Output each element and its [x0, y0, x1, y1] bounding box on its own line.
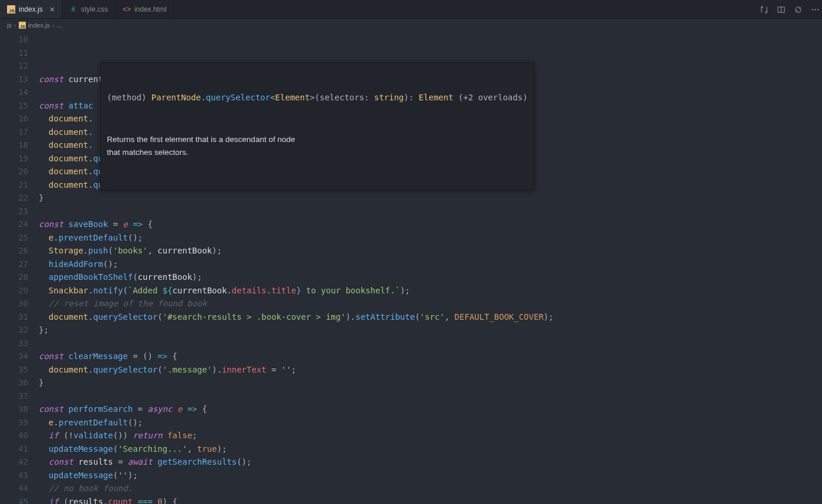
code-line[interactable]: e.preventDefault();: [39, 416, 822, 429]
code-editor[interactable]: 1011121314151617181920212223242526272829…: [0, 32, 822, 504]
line-number: 22: [0, 191, 39, 205]
tab-label: index.js: [19, 5, 43, 13]
chevron-right-icon: ›: [14, 22, 16, 29]
editor-tab-actions: [760, 0, 820, 19]
line-number: 38: [0, 402, 39, 416]
breadcrumb-item[interactable]: js: [7, 22, 12, 29]
line-number: 15: [0, 99, 39, 113]
editor-tabs: JSindex.js×#style.css<>index.html: [0, 0, 822, 19]
code-line[interactable]: const performSearch = async e => {: [39, 402, 822, 416]
code-line[interactable]: if (results.count === 0) {: [39, 495, 822, 505]
line-number: 44: [0, 482, 39, 495]
line-number: 40: [0, 429, 39, 442]
code-line[interactable]: [39, 390, 822, 403]
split-icon[interactable]: [777, 5, 786, 14]
line-number: 18: [0, 138, 39, 152]
line-number: 37: [0, 390, 39, 403]
line-number: 20: [0, 165, 39, 178]
code-line[interactable]: e.preventDefault();: [39, 231, 822, 245]
code-line[interactable]: updateMessage('Searching...', true);: [39, 442, 822, 456]
intellisense-hover: (method) ParentNode.querySelector<Elemen…: [100, 62, 534, 190]
code-line[interactable]: updateMessage('');: [39, 469, 822, 482]
js-file-icon: JS: [19, 22, 26, 29]
code-line[interactable]: // no book found.: [39, 482, 822, 495]
line-number: 28: [0, 270, 39, 284]
svg-point-4: [817, 9, 818, 10]
line-number: 12: [0, 59, 39, 73]
line-number: 19: [0, 152, 39, 165]
code-line[interactable]: // reset image of the found book: [39, 297, 822, 310]
svg-point-3: [814, 9, 816, 10]
code-line[interactable]: const saveBook = e => {: [39, 218, 822, 231]
code-line[interactable]: Snackbar.notify(`Added ${currentBook.det…: [39, 284, 822, 297]
collapse-icon[interactable]: [794, 5, 803, 14]
css-file-icon: #: [69, 5, 78, 13]
tab-label: index.html: [134, 5, 167, 13]
code-line[interactable]: hideAddForm();: [39, 258, 822, 271]
close-icon[interactable]: ×: [50, 5, 55, 14]
line-number: 14: [0, 86, 39, 99]
line-number: 35: [0, 363, 39, 377]
line-number: 13: [0, 73, 39, 86]
code-line[interactable]: }: [39, 376, 822, 390]
line-number: 36: [0, 376, 39, 390]
tab-index-js[interactable]: JSindex.js×: [0, 0, 62, 18]
line-gutter: 1011121314151617181920212223242526272829…: [0, 32, 39, 504]
tab-label: style.css: [81, 5, 108, 13]
line-number: 42: [0, 455, 39, 469]
line-number: 43: [0, 469, 39, 482]
chevron-right-icon: ›: [52, 22, 55, 29]
line-number: 25: [0, 231, 39, 245]
compare-icon[interactable]: [760, 5, 769, 14]
tab-style-css[interactable]: #style.css: [62, 0, 116, 18]
line-number: 24: [0, 218, 39, 231]
line-number: 30: [0, 297, 39, 310]
line-number: 21: [0, 178, 39, 192]
code-line[interactable]: if (!validate()) return false;: [39, 429, 822, 442]
line-number: 26: [0, 244, 39, 258]
breadcrumb-item[interactable]: ...: [57, 22, 62, 29]
line-number: 11: [0, 46, 39, 60]
code-line[interactable]: document.querySelector('#search-results …: [39, 310, 822, 324]
breadcrumbs[interactable]: js›JSindex.js›...: [0, 19, 822, 32]
code-line[interactable]: [39, 205, 822, 218]
code-line[interactable]: const results = await getSearchResults()…: [39, 455, 822, 469]
hover-doc: Returns the first element that is a desc…: [107, 133, 528, 159]
line-number: 34: [0, 350, 39, 363]
line-number: 45: [0, 495, 39, 505]
html-file-icon: <>: [123, 5, 131, 13]
code-line[interactable]: }: [39, 191, 822, 205]
code-line[interactable]: appendBookToShelf(currentBook);: [39, 270, 822, 284]
line-number: 32: [0, 323, 39, 337]
code-line[interactable]: const clearMessage = () => {: [39, 350, 822, 363]
code-area[interactable]: const currentBook = {}; // yes I know it…: [39, 32, 822, 504]
code-line[interactable]: };: [39, 323, 822, 337]
hover-signature: (method) ParentNode.querySelector<Elemen…: [107, 91, 528, 104]
tab-index-html[interactable]: <>index.html: [116, 0, 174, 18]
line-number: 16: [0, 112, 39, 126]
svg-point-2: [812, 9, 813, 10]
js-file-icon: JS: [7, 5, 15, 13]
line-number: 33: [0, 337, 39, 350]
line-number: 10: [0, 33, 39, 46]
line-number: 31: [0, 310, 39, 324]
line-number: 23: [0, 205, 39, 218]
code-line[interactable]: document.querySelector('.message').inner…: [39, 363, 822, 377]
code-line[interactable]: Storage.push('books', currentBook);: [39, 244, 822, 258]
code-line[interactable]: [39, 337, 822, 350]
line-number: 29: [0, 284, 39, 297]
breadcrumb-item[interactable]: index.js: [28, 22, 50, 29]
line-number: 27: [0, 258, 39, 271]
line-number: 41: [0, 442, 39, 456]
line-number: 39: [0, 416, 39, 429]
more-icon[interactable]: [811, 5, 820, 14]
line-number: 17: [0, 126, 39, 139]
